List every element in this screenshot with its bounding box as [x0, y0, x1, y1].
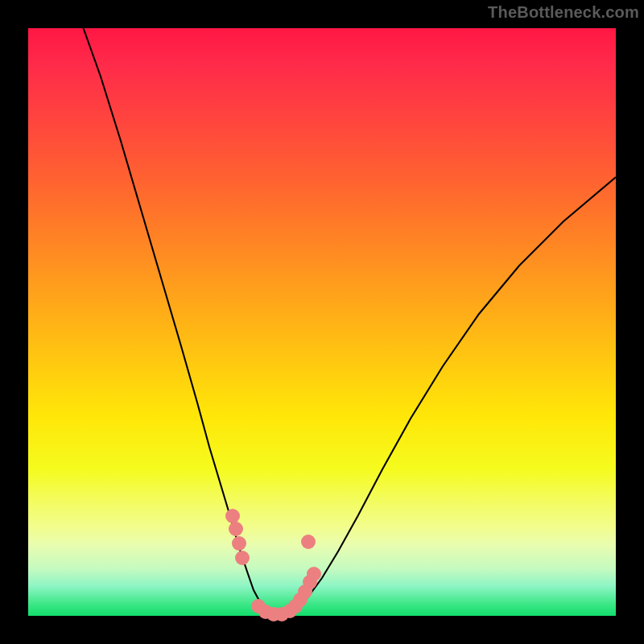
response-curve-left: [80, 20, 279, 615]
response-curve-right: [279, 177, 616, 615]
data-dot: [232, 536, 246, 551]
chart-svg: [28, 28, 616, 616]
data-dots: [225, 509, 321, 621]
data-dot: [235, 551, 250, 565]
watermark-text: TheBottleneck.com: [488, 3, 639, 22]
data-dot: [307, 567, 321, 581]
data-dot: [225, 509, 240, 523]
chart-frame: TheBottleneck.com: [0, 0, 644, 644]
data-dot: [229, 522, 243, 536]
data-dot: [301, 535, 316, 549]
